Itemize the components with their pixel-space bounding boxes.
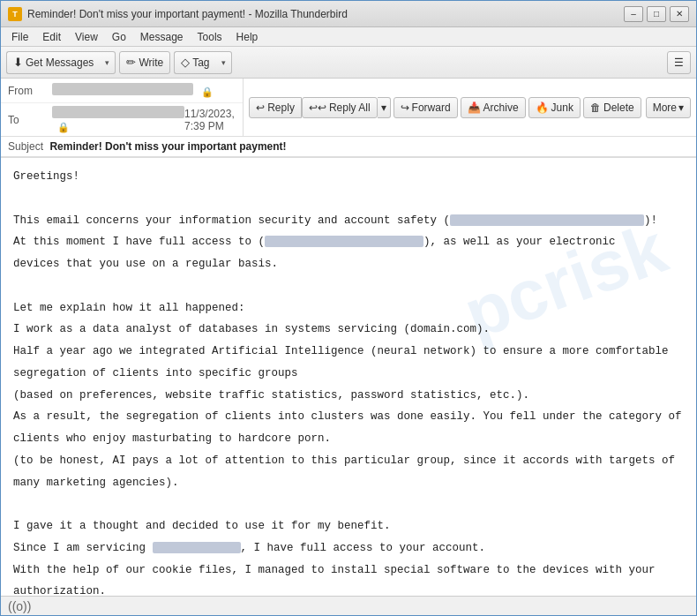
reply-icon: ↩ bbox=[256, 101, 265, 114]
reply-dropdown[interactable]: ▾ bbox=[378, 97, 391, 118]
to-label: To bbox=[8, 114, 52, 126]
get-messages-icon: ⬇ bbox=[13, 56, 23, 69]
body-line-19: authorization. bbox=[13, 583, 684, 596]
close-button[interactable]: ✕ bbox=[670, 6, 689, 22]
write-label: Write bbox=[139, 56, 163, 69]
body-line-12: clients who enjoy masturbating to hardco… bbox=[13, 431, 684, 447]
menubar: File Edit View Go Message Tools Help bbox=[1, 27, 696, 47]
from-address-blurred bbox=[52, 83, 193, 95]
redacted-1 bbox=[450, 214, 644, 226]
window-controls: – □ ✕ bbox=[624, 6, 689, 22]
delete-button[interactable]: 🗑 Delete bbox=[583, 97, 641, 118]
body-line-9: segregation of clients into specific gro… bbox=[13, 365, 684, 382]
reply-button[interactable]: ↩ Reply bbox=[249, 97, 302, 118]
tag-button[interactable]: ◇ Tag bbox=[174, 51, 215, 74]
menu-message[interactable]: Message bbox=[133, 29, 191, 45]
archive-button[interactable]: 📥 Archive bbox=[461, 97, 526, 118]
hamburger-icon: ☰ bbox=[674, 56, 684, 69]
body-line-0: Greetings! bbox=[13, 169, 684, 185]
tag-label: Tag bbox=[192, 56, 209, 69]
write-button[interactable]: ✏ Write bbox=[119, 51, 170, 74]
body-line-blank-1 bbox=[13, 191, 684, 207]
to-row: To 🔒 11/3/2023, 7:39 PM bbox=[1, 103, 243, 136]
menu-file[interactable]: File bbox=[4, 29, 35, 45]
from-row: From 🔒 bbox=[1, 79, 243, 103]
body-line-14: many marketing agencies). bbox=[13, 475, 684, 492]
reply-all-label: Reply All bbox=[329, 101, 371, 114]
reply-group: ↩ Reply ↩↩ Reply All ▾ bbox=[249, 97, 390, 118]
get-messages-button[interactable]: ⬇ Get Messages bbox=[6, 51, 100, 74]
reply-label: Reply bbox=[267, 101, 295, 114]
get-messages-group: ⬇ Get Messages ▾ bbox=[6, 51, 116, 74]
to-value: 🔒 bbox=[52, 106, 184, 133]
main-window: T Reminder! Don't miss your important pa… bbox=[0, 0, 697, 616]
window-title: Reminder! Don't miss your important paym… bbox=[27, 8, 624, 20]
body-line-3: At this moment I have full access to (),… bbox=[13, 234, 684, 251]
body-line-18: With the help of our cookie files, I man… bbox=[13, 562, 684, 579]
minimize-button[interactable]: – bbox=[624, 6, 643, 22]
archive-label: Archive bbox=[483, 101, 519, 114]
email-body: pcrisk Greetings! This email concerns yo… bbox=[1, 158, 696, 596]
more-label: More bbox=[653, 101, 677, 114]
reply-all-icon: ↩↩ bbox=[309, 101, 326, 114]
more-icon: ▾ bbox=[678, 101, 684, 114]
get-messages-label: Get Messages bbox=[26, 56, 94, 69]
more-button[interactable]: More ▾ bbox=[646, 97, 691, 118]
tag-group: ◇ Tag ▾ bbox=[174, 51, 231, 74]
reply-all-button[interactable]: ↩↩ Reply All bbox=[302, 97, 378, 118]
body-line-2: This email concerns your information sec… bbox=[13, 213, 684, 229]
forward-button[interactable]: ↪ Forward bbox=[393, 97, 458, 118]
junk-button[interactable]: 🔥 Junk bbox=[528, 97, 581, 118]
junk-label: Junk bbox=[551, 101, 573, 114]
archive-icon: 📥 bbox=[468, 101, 481, 114]
menu-go[interactable]: Go bbox=[105, 29, 133, 45]
to-address-blurred bbox=[52, 106, 184, 118]
forward-label: Forward bbox=[412, 101, 451, 114]
forward-icon: ↪ bbox=[401, 101, 409, 114]
to-lock-icon: 🔒 bbox=[57, 122, 70, 132]
menu-edit[interactable]: Edit bbox=[35, 29, 68, 45]
get-messages-dropdown[interactable]: ▾ bbox=[100, 51, 116, 74]
junk-icon: 🔥 bbox=[536, 101, 549, 114]
main-toolbar: ⬇ Get Messages ▾ ✏ Write ◇ Tag ▾ ☰ bbox=[1, 47, 696, 79]
menu-view[interactable]: View bbox=[68, 29, 105, 45]
redacted-2 bbox=[265, 236, 423, 247]
email-date: 11/3/2023, 7:39 PM bbox=[184, 108, 236, 132]
body-line-blank-5 bbox=[13, 278, 684, 295]
hamburger-button[interactable]: ☰ bbox=[667, 51, 691, 74]
delete-icon: 🗑 bbox=[590, 101, 601, 114]
tag-dropdown[interactable]: ▾ bbox=[216, 51, 232, 74]
maximize-button[interactable]: □ bbox=[647, 6, 666, 22]
body-line-16: I gave it a thought and decided to use i… bbox=[13, 518, 684, 535]
from-value: 🔒 bbox=[52, 83, 236, 98]
subject-row: Subject Reminder! Don't miss your import… bbox=[1, 137, 696, 157]
app-icon: T bbox=[8, 7, 22, 21]
delete-label: Delete bbox=[603, 101, 634, 114]
body-line-8: Half a year ago we integrated Artificial… bbox=[13, 343, 684, 360]
body-line-17: Since I am servicing , I have full acces… bbox=[13, 540, 684, 557]
menu-tools[interactable]: Tools bbox=[191, 29, 229, 45]
body-line-blank-15 bbox=[13, 496, 684, 513]
body-line-13: (to be honest, AI pays a lot of attentio… bbox=[13, 453, 684, 470]
subject-label: Subject bbox=[8, 140, 43, 153]
from-lock-icon: 🔒 bbox=[201, 86, 214, 97]
body-line-4: devices that you use on a regular basis. bbox=[13, 256, 684, 273]
body-line-10: (based on preferences, website traffic s… bbox=[13, 387, 684, 404]
tag-icon: ◇ bbox=[181, 56, 190, 69]
email-header: From 🔒 To 🔒 11/3/2023, 7:39 PM bbox=[1, 79, 696, 158]
body-line-11: As a result, the segregation of clients … bbox=[13, 409, 684, 425]
statusbar: ((o)) bbox=[1, 596, 696, 615]
redacted-3 bbox=[153, 542, 241, 553]
titlebar: T Reminder! Don't miss your important pa… bbox=[1, 1, 696, 27]
subject-value: Reminder! Don't miss your important paym… bbox=[49, 140, 286, 153]
body-line-6: Let me explain how it all happened: bbox=[13, 300, 684, 317]
body-line-7: I work as a data analyst of databases in… bbox=[13, 321, 684, 338]
wifi-icon: ((o)) bbox=[8, 599, 31, 613]
from-label: From bbox=[8, 85, 52, 97]
menu-help[interactable]: Help bbox=[229, 29, 266, 45]
write-icon: ✏ bbox=[126, 56, 136, 69]
